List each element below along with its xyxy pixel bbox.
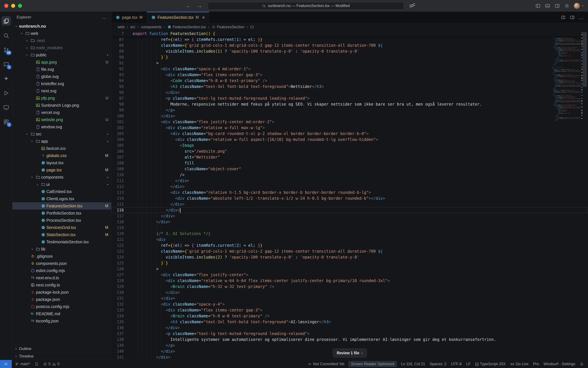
file-calembed.tsx[interactable]: CalEmbed.tsx — [12, 188, 111, 195]
file-globals.css[interactable]: #globals.cssM — [12, 152, 111, 159]
status-go-live[interactable]: Go Live — [508, 360, 531, 368]
review-files-button[interactable]: Review 1 file › — [333, 349, 367, 358]
close-icon[interactable]: × — [202, 15, 205, 20]
minimap[interactable]: ref={(el) => { itemRefs.current[1] = el;… — [547, 32, 581, 360]
code-line-89[interactable]: 89 visibleItems.includes(1) ? 'opacity-1… — [111, 48, 588, 54]
code-line-122[interactable]: 122 ref={(el) => { itemRefs.current[2] =… — [111, 242, 588, 248]
file-eslint.config.mjs[interactable]: eslint.config.mjs — [12, 267, 111, 274]
code-line-92[interactable]: 92 <div className="space-y-4 md:order-1"… — [111, 66, 588, 72]
file-statssection.tsx[interactable]: StatsSection.tsxM — [12, 231, 111, 238]
activity-ai-tools[interactable] — [1, 72, 12, 86]
activity-preview[interactable] — [1, 100, 12, 115]
status-notifications[interactable] — [578, 360, 586, 368]
file-page.tsx[interactable]: page.tsxM — [12, 166, 111, 174]
code-line-108[interactable]: 108 fill — [111, 160, 588, 166]
zoom-window-button[interactable] — [18, 4, 22, 8]
code-line-109[interactable]: 109 className="object-cover" — [111, 166, 588, 172]
toggle-secondary-sidebar-icon[interactable] — [555, 3, 560, 8]
breadcrumb-item-featuressection.tsx[interactable]: FeaturesSection.tsx — [167, 25, 206, 29]
file-package-lock.json[interactable]: {}package-lock.json — [12, 289, 111, 296]
code-line-114[interactable]: 114 <div className="absolute left-1/2 -t… — [111, 195, 588, 201]
minimize-window-button[interactable] — [11, 4, 15, 8]
code-line-113[interactable]: 113 <div className="relative h-1.5 bg-ca… — [111, 190, 588, 195]
file-window.svg[interactable]: window.svg — [12, 123, 111, 130]
code-line-123[interactable]: 123 className={`grid grid-cols-1 md:grid… — [111, 248, 588, 254]
code-line-107[interactable]: 107 alt="Nettsider" — [111, 154, 588, 160]
file-package.json[interactable]: {}package.json — [12, 296, 111, 303]
outline-section[interactable]: › Outline — [12, 345, 111, 352]
status-cursor-position[interactable]: Ln 116, Col 21 — [399, 360, 427, 368]
account-chevron-icon[interactable]: › — [581, 5, 585, 7]
code-line-96[interactable]: 96 </div> — [111, 90, 588, 95]
file-featuressection.tsx[interactable]: FeaturesSection.tsxM — [12, 202, 111, 210]
code-line-103[interactable]: 103 <div className="bg-card rounded-t-xl… — [111, 131, 588, 137]
status-eol[interactable]: LF — [464, 360, 473, 368]
code-line-91[interactable]: 91 > — [111, 60, 588, 66]
folder-app[interactable]: ›app● — [12, 138, 111, 145]
status-git-status[interactable]: Not Committed Yet — [305, 360, 347, 368]
toggle-sidebar-icon[interactable] — [535, 3, 541, 8]
file-readme.md[interactable]: M↓README.md — [12, 310, 111, 317]
tab-featuressection.tsx[interactable]: FeaturesSection.tsxM× — [147, 12, 209, 23]
file-sunbranch-logo.png[interactable]: Sunbranch Logo.png — [12, 102, 111, 109]
status-problems[interactable]: 0 0 — [41, 360, 62, 368]
forward-icon[interactable]: → — [197, 3, 202, 9]
code-line-132[interactable]: 132 <div className="space-y-4"> — [111, 301, 588, 307]
code-line-101[interactable]: 101 <div className="flex justify-center … — [111, 119, 588, 125]
breadcrumb-item-featuressection[interactable]: FeaturesSection — [212, 25, 244, 29]
code-line-121[interactable]: 121 <div — [111, 237, 588, 242]
file-pfp.png[interactable]: pfp.pngU — [12, 94, 111, 102]
code-line-133[interactable]: 133 <div className="flex items-center ga… — [111, 307, 588, 313]
code-line-95[interactable]: 95 <h3 className="text-3xl font-bold tex… — [111, 84, 588, 90]
sticky-scroll-line[interactable]: 7 export function FeaturesSection() { — [111, 31, 588, 37]
code-line-136[interactable]: 136 </div> — [111, 325, 588, 331]
avatar[interactable] — [574, 3, 580, 9]
activity-search[interactable] — [1, 28, 12, 43]
file-.gitignore[interactable]: .gitignore — [12, 253, 111, 260]
code-line-139[interactable]: 139 </p> — [111, 342, 588, 348]
status-sync[interactable] — [32, 360, 41, 368]
file-globe.svg[interactable]: globe.svg — [12, 73, 111, 80]
code-line-124[interactable]: 124 visibleItems.includes(2) ? 'opacity-… — [111, 254, 588, 260]
file-servicesgrid.tsx[interactable]: ServicesGrid.tsxM — [12, 224, 111, 231]
folder-node-modules[interactable]: ›node_modules — [12, 44, 111, 51]
code-line-131[interactable]: 131 </div> — [111, 295, 588, 301]
status-windsurf-settings[interactable]: Windsurf - Settings — [541, 360, 578, 368]
file-tsconfig.json[interactable]: TStsconfig.json — [12, 317, 111, 324]
settings-gear-icon[interactable] — [564, 3, 569, 8]
folder-components[interactable]: ›components● — [12, 174, 111, 181]
code-line-94[interactable]: 94 <Code className="h-8 w-8 text-primary… — [111, 78, 588, 84]
code-line-97[interactable]: 97 <p className="text-lg text-muted-fore… — [111, 95, 588, 101]
file-layout.tsx[interactable]: layout.tsx — [12, 159, 111, 166]
activity-extensions[interactable]: 1 — [1, 115, 12, 129]
toggle-panel-icon[interactable] — [545, 3, 550, 8]
folder-web[interactable]: ›web — [12, 30, 111, 37]
folder-.next[interactable]: ›.next — [12, 37, 111, 44]
code-line-106[interactable]: 106 src="/website.png" — [111, 148, 588, 154]
file-testimonialssection.tsx[interactable]: TestimonialsSection.tsx — [12, 238, 111, 245]
code-line-105[interactable]: 105 <Image — [111, 142, 588, 148]
code-line-102[interactable]: 102 <div className="relative w-full max-… — [111, 125, 588, 131]
code-line-128[interactable]: 128 <div className="relative w-64 h-64 f… — [111, 278, 588, 284]
code-line-111[interactable]: 111 </div> — [111, 178, 588, 184]
code-line-137[interactable]: 137 <p className="text-lg text-muted-for… — [111, 331, 588, 337]
code-line-110[interactable]: 110 /> — [111, 172, 588, 178]
file-kristoffer.svg[interactable]: kristoffer.svg — [12, 80, 111, 87]
code-line-119[interactable]: 119 — [111, 225, 588, 231]
close-window-button[interactable] — [4, 4, 8, 8]
code-line-87[interactable]: 87 ref={(el) => { itemRefs.current[1] = … — [111, 37, 588, 43]
code-editor[interactable]: 7 export function FeaturesSection() { 87… — [111, 31, 588, 360]
file-components.json[interactable]: {}components.json — [12, 260, 111, 267]
code-line-88[interactable]: 88 className={`grid grid-cols-1 md:grid-… — [111, 43, 588, 48]
file-next.svg[interactable]: next.svg — [12, 87, 111, 94]
status-indentation[interactable]: Spaces: 2 — [427, 360, 449, 368]
file-portfoliosection.tsx[interactable]: PortfolioSection.tsx — [12, 210, 111, 217]
code-line-130[interactable]: 130 </div> — [111, 290, 588, 295]
breadcrumb-item-src[interactable]: src — [130, 25, 136, 29]
code-line-126[interactable]: 126 > — [111, 266, 588, 272]
code-line-125[interactable]: 125 }`} — [111, 260, 588, 266]
file-app.jpeg[interactable]: app.jpegU — [12, 58, 111, 66]
scrollbar[interactable] — [581, 31, 588, 360]
file-next-env.d.ts[interactable]: TSnext-env.d.ts — [12, 274, 111, 281]
activity-explorer[interactable] — [1, 14, 12, 28]
